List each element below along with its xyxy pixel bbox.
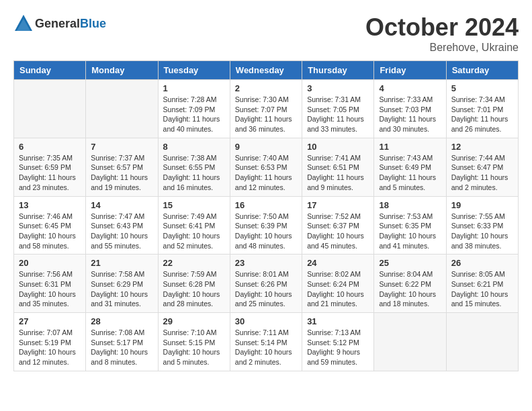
table-row: 30Sunrise: 7:11 AMSunset: 5:14 PMDayligh…: [230, 313, 302, 371]
header-thursday: Thursday: [302, 61, 374, 80]
day-number: 7: [91, 142, 152, 152]
calendar-week-row: 1Sunrise: 7:28 AMSunset: 7:09 PMDaylight…: [14, 80, 519, 138]
day-info: Sunrise: 7:50 AMSunset: 6:39 PMDaylight:…: [235, 212, 297, 251]
day-info: Sunrise: 7:31 AMSunset: 7:05 PMDaylight:…: [307, 95, 369, 134]
table-row: 20Sunrise: 7:56 AMSunset: 6:31 PMDayligh…: [14, 255, 86, 313]
day-info: Sunrise: 7:40 AMSunset: 6:53 PMDaylight:…: [235, 153, 297, 193]
day-number: 24: [307, 258, 369, 268]
day-number: 9: [235, 142, 297, 152]
day-number: 26: [451, 258, 513, 268]
day-number: 27: [19, 316, 81, 326]
day-info: Sunrise: 7:41 AMSunset: 6:51 PMDaylight:…: [307, 153, 369, 193]
table-row: 25Sunrise: 8:04 AMSunset: 6:22 PMDayligh…: [374, 255, 446, 313]
day-number: 15: [163, 200, 225, 210]
day-number: 2: [235, 83, 297, 93]
table-row: 24Sunrise: 8:02 AMSunset: 6:24 PMDayligh…: [302, 255, 374, 313]
table-row: 27Sunrise: 7:07 AMSunset: 5:19 PMDayligh…: [14, 313, 86, 371]
table-row: 22Sunrise: 7:59 AMSunset: 6:28 PMDayligh…: [158, 255, 230, 313]
day-info: Sunrise: 7:08 AMSunset: 5:17 PMDaylight:…: [91, 328, 152, 367]
day-number: 12: [451, 142, 513, 152]
table-row: 28Sunrise: 7:08 AMSunset: 5:17 PMDayligh…: [86, 313, 158, 371]
table-row: 1Sunrise: 7:28 AMSunset: 7:09 PMDaylight…: [158, 80, 230, 138]
month-title: October 2024: [365, 13, 519, 42]
day-info: Sunrise: 7:11 AMSunset: 5:14 PMDaylight:…: [235, 328, 297, 367]
table-row: 21Sunrise: 7:58 AMSunset: 6:29 PMDayligh…: [86, 255, 158, 313]
table-row: 17Sunrise: 7:52 AMSunset: 6:37 PMDayligh…: [302, 196, 374, 255]
day-info: Sunrise: 7:34 AMSunset: 7:01 PMDaylight:…: [451, 95, 513, 134]
day-number: 23: [235, 258, 297, 268]
calendar-week-row: 27Sunrise: 7:07 AMSunset: 5:19 PMDayligh…: [14, 313, 519, 371]
table-row: [14, 80, 86, 138]
header-friday: Friday: [374, 61, 446, 80]
day-info: Sunrise: 7:33 AMSunset: 7:03 PMDaylight:…: [379, 95, 441, 134]
table-row: 31Sunrise: 7:13 AMSunset: 5:12 PMDayligh…: [302, 313, 374, 371]
day-info: Sunrise: 7:13 AMSunset: 5:12 PMDaylight:…: [307, 328, 369, 367]
day-number: 18: [379, 200, 441, 210]
day-info: Sunrise: 7:55 AMSunset: 6:33 PMDaylight:…: [451, 212, 513, 251]
table-row: 19Sunrise: 7:55 AMSunset: 6:33 PMDayligh…: [446, 196, 518, 255]
day-info: Sunrise: 7:59 AMSunset: 6:28 PMDaylight:…: [163, 269, 225, 309]
day-info: Sunrise: 7:38 AMSunset: 6:55 PMDaylight:…: [163, 153, 225, 193]
table-row: 15Sunrise: 7:49 AMSunset: 6:41 PMDayligh…: [158, 196, 230, 255]
day-number: 11: [379, 142, 441, 152]
day-info: Sunrise: 7:47 AMSunset: 6:43 PMDaylight:…: [91, 212, 152, 251]
day-number: 21: [91, 258, 152, 268]
day-info: Sunrise: 7:46 AMSunset: 6:45 PMDaylight:…: [19, 212, 81, 251]
day-number: 4: [379, 83, 441, 93]
table-row: 26Sunrise: 8:05 AMSunset: 6:21 PMDayligh…: [446, 255, 518, 313]
day-number: 29: [163, 316, 225, 326]
day-info: Sunrise: 7:56 AMSunset: 6:31 PMDaylight:…: [19, 269, 81, 309]
calendar-header: Sunday Monday Tuesday Wednesday Thursday…: [14, 61, 519, 80]
day-info: Sunrise: 7:43 AMSunset: 6:49 PMDaylight:…: [379, 153, 441, 193]
table-row: 18Sunrise: 7:53 AMSunset: 6:35 PMDayligh…: [374, 196, 446, 255]
table-row: 11Sunrise: 7:43 AMSunset: 6:49 PMDayligh…: [374, 138, 446, 196]
day-number: 22: [163, 258, 225, 268]
day-info: Sunrise: 7:07 AMSunset: 5:19 PMDaylight:…: [19, 328, 81, 367]
day-info: Sunrise: 8:02 AMSunset: 6:24 PMDaylight:…: [307, 269, 369, 309]
logo-general: General: [35, 17, 80, 30]
day-number: 19: [451, 200, 513, 210]
day-info: Sunrise: 7:10 AMSunset: 5:15 PMDaylight:…: [163, 328, 225, 367]
calendar-week-row: 13Sunrise: 7:46 AMSunset: 6:45 PMDayligh…: [14, 196, 519, 255]
title-section: October 2024 Berehove, Ukraine: [365, 13, 519, 54]
day-number: 3: [307, 83, 369, 93]
table-row: 10Sunrise: 7:41 AMSunset: 6:51 PMDayligh…: [302, 138, 374, 196]
day-number: 30: [235, 316, 297, 326]
table-row: 12Sunrise: 7:44 AMSunset: 6:47 PMDayligh…: [446, 138, 518, 196]
day-number: 28: [91, 316, 152, 326]
day-number: 1: [163, 83, 225, 93]
table-row: 3Sunrise: 7:31 AMSunset: 7:05 PMDaylight…: [302, 80, 374, 138]
table-row: 6Sunrise: 7:35 AMSunset: 6:59 PMDaylight…: [14, 138, 86, 196]
table-row: [374, 313, 446, 371]
header-saturday: Saturday: [446, 61, 518, 80]
day-info: Sunrise: 7:28 AMSunset: 7:09 PMDaylight:…: [163, 95, 225, 134]
table-row: 23Sunrise: 8:01 AMSunset: 6:26 PMDayligh…: [230, 255, 302, 313]
day-number: 14: [91, 200, 152, 210]
table-row: 16Sunrise: 7:50 AMSunset: 6:39 PMDayligh…: [230, 196, 302, 255]
day-info: Sunrise: 7:37 AMSunset: 6:57 PMDaylight:…: [91, 153, 152, 193]
day-number: 13: [19, 200, 81, 210]
calendar-week-row: 6Sunrise: 7:35 AMSunset: 6:59 PMDaylight…: [14, 138, 519, 196]
table-row: 2Sunrise: 7:30 AMSunset: 7:07 PMDaylight…: [230, 80, 302, 138]
table-row: 29Sunrise: 7:10 AMSunset: 5:15 PMDayligh…: [158, 313, 230, 371]
day-info: Sunrise: 7:58 AMSunset: 6:29 PMDaylight:…: [91, 269, 152, 309]
logo-blue: Blue: [80, 17, 106, 30]
weekday-header-row: Sunday Monday Tuesday Wednesday Thursday…: [14, 61, 519, 80]
day-number: 25: [379, 258, 441, 268]
day-info: Sunrise: 7:30 AMSunset: 7:07 PMDaylight:…: [235, 95, 297, 134]
table-row: 9Sunrise: 7:40 AMSunset: 6:53 PMDaylight…: [230, 138, 302, 196]
day-info: Sunrise: 7:35 AMSunset: 6:59 PMDaylight:…: [19, 153, 81, 193]
day-info: Sunrise: 7:52 AMSunset: 6:37 PMDaylight:…: [307, 212, 369, 251]
header-tuesday: Tuesday: [158, 61, 230, 80]
table-row: 14Sunrise: 7:47 AMSunset: 6:43 PMDayligh…: [86, 196, 158, 255]
day-info: Sunrise: 7:44 AMSunset: 6:47 PMDaylight:…: [451, 153, 513, 193]
day-info: Sunrise: 8:01 AMSunset: 6:26 PMDaylight:…: [235, 269, 297, 309]
day-number: 20: [19, 258, 81, 268]
calendar-week-row: 20Sunrise: 7:56 AMSunset: 6:31 PMDayligh…: [14, 255, 519, 313]
header-monday: Monday: [86, 61, 158, 80]
table-row: 8Sunrise: 7:38 AMSunset: 6:55 PMDaylight…: [158, 138, 230, 196]
day-number: 8: [163, 142, 225, 152]
location-title: Berehove, Ukraine: [365, 42, 519, 54]
header-wednesday: Wednesday: [230, 61, 302, 80]
day-info: Sunrise: 8:05 AMSunset: 6:21 PMDaylight:…: [451, 269, 513, 309]
